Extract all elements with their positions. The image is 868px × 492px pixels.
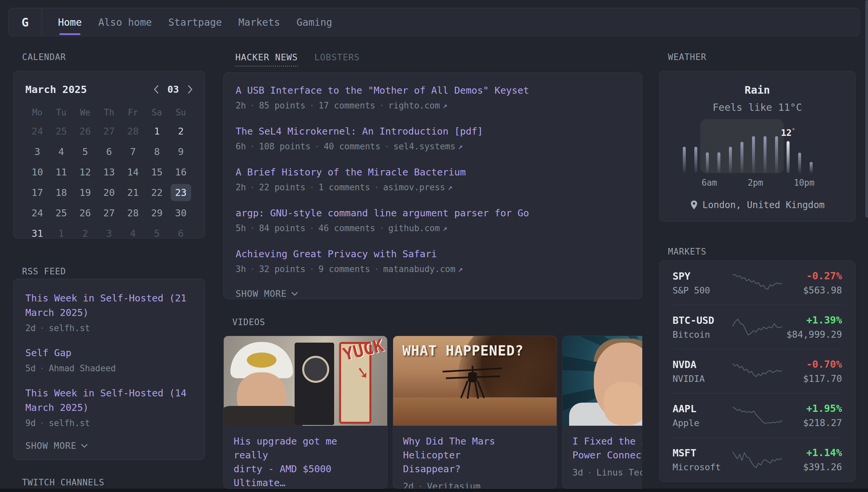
dot-separator: ·	[40, 418, 45, 428]
calendar-day-number: 14	[123, 164, 143, 181]
market-row-msft[interactable]: MSFTMicrosoft+1.14%$391.26	[673, 437, 842, 482]
weather-hour-slot	[806, 136, 817, 173]
news-item-title[interactable]: The SeL4 Microkernel: An Introduction [p…	[236, 125, 630, 138]
market-change: +1.14%	[782, 447, 842, 458]
calendar-prev-button[interactable]	[154, 85, 159, 94]
weather-hour-slot	[771, 136, 782, 173]
calendar-day-number: 4	[51, 143, 72, 160]
rss-item-title[interactable]: This Week in Self-Hosted (21 March 2025)	[25, 291, 193, 320]
calendar-day: 8	[145, 143, 169, 160]
weather-hour-labels: 6am2pm10pm	[679, 178, 817, 188]
calendar-day: 5	[145, 225, 169, 242]
video-card[interactable]: DOTHTI Fixed the 5Power Connect3d·Linus …	[562, 336, 642, 489]
news-item-domain-link[interactable]: righto.com↗	[388, 101, 447, 110]
meta-text: 2h	[236, 182, 246, 192]
weather-bar	[798, 153, 801, 173]
dot-separator: ·	[310, 182, 315, 192]
calendar-week-row: 17181920212223	[25, 184, 193, 201]
video-card[interactable]: YUCK➘His upgrade got me reallydirty - AM…	[223, 336, 388, 489]
video-thumbnail[interactable]: YUCK➘	[224, 336, 387, 426]
weather-hour-label: 2pm	[748, 178, 759, 188]
calendar-day: 4	[121, 225, 145, 242]
calendar-day-number: 25	[51, 204, 72, 222]
calendar-day-number: 13	[99, 164, 119, 181]
rss-item-title[interactable]: This Week in Self-Hosted (14 March 2025)	[25, 386, 193, 415]
weather-feels-like: Feels like 11°C	[659, 102, 855, 113]
market-price: $117.70	[782, 373, 842, 384]
news-show-more-button[interactable]: SHOW MORE	[236, 289, 630, 299]
rss-item: Self Gap5d·Ahmad Shadeed	[25, 346, 193, 373]
calendar-day: 3	[25, 143, 49, 160]
calendar-day-number: 12	[75, 164, 95, 181]
videos-row: YUCK➘His upgrade got me reallydirty - AM…	[223, 336, 642, 489]
video-title[interactable]: His upgrade got me reallydirty - AMD $50…	[234, 434, 377, 489]
video-title[interactable]: Why Did The Mars HelicopterDisappear?	[403, 434, 547, 476]
chevron-right-icon	[187, 85, 193, 94]
market-row-btc-usd[interactable]: BTC-USDBitcoin+1.39%$84,999.29	[673, 305, 842, 349]
calendar-day-number: 7	[123, 143, 143, 160]
calendar-day-number: 16	[171, 164, 191, 181]
calendar-day: 16	[169, 164, 193, 181]
video-card-body: I Fixed the 5Power Connect3d·Linus Tec	[562, 426, 642, 486]
chevron-down-icon	[81, 444, 88, 448]
meta-text: 1 comments	[319, 182, 370, 192]
market-ticker: BTC-USD	[673, 315, 733, 326]
news-item-domain-link[interactable]: sel4.systems↗	[393, 142, 463, 151]
calendar-week-row: 31123456	[25, 225, 193, 242]
video-title[interactable]: I Fixed the 5Power Connect	[572, 434, 642, 462]
market-symbol-block: NVDANVIDIA	[673, 359, 733, 384]
meta-text: Ahmad Shadeed	[49, 363, 116, 373]
external-link-icon: ↗	[443, 224, 447, 233]
weather-hour-label	[725, 178, 736, 188]
weather-bar	[729, 147, 732, 173]
calendar-day: 30	[169, 204, 193, 222]
news-item-domain-link[interactable]: github.com↗	[388, 223, 447, 233]
calendar-day: 2	[73, 225, 97, 242]
calendar-day-number: 5	[75, 143, 95, 160]
meta-text: 3d	[572, 467, 583, 477]
market-row-aapl[interactable]: AAPLApple+1.95%$218.27	[673, 393, 842, 437]
external-link-icon: ↗	[458, 265, 463, 274]
news-item: Achieving Great Privacy with Safari3h·32…	[236, 248, 630, 274]
market-ticker: SPY	[673, 270, 733, 282]
news-item-title[interactable]: argp: GNU-style command line argument pa…	[236, 207, 630, 219]
weather-bars: 12°	[679, 136, 817, 173]
video-thumbnail[interactable]: WHAT HAPPENED?	[393, 336, 557, 426]
news-item-domain-link[interactable]: asimov.press↗	[383, 182, 452, 192]
calendar-day-number: 28	[123, 204, 143, 222]
meta-text: Linus Tec	[597, 467, 642, 477]
video-meta: 3d·Linus Tec	[572, 467, 642, 477]
weather-hour-slot	[702, 136, 713, 173]
weather-hour-slot	[736, 136, 748, 173]
calendar-widget: March 2025 03 MoTuWeThFrSaSu 24252627281…	[13, 71, 205, 239]
video-meta: 2d·Veritasium	[403, 481, 547, 489]
video-thumbnail[interactable]: DOTHT	[562, 336, 642, 426]
page-scrollbar[interactable]	[865, 0, 868, 218]
weather-location-row[interactable]: London, United Kingdom	[659, 199, 855, 211]
news-item-title[interactable]: Achieving Great Privacy with Safari	[236, 248, 630, 260]
news-tab-hacker-news[interactable]: HACKER NEWS	[235, 52, 298, 67]
market-row-nvda[interactable]: NVDANVIDIA-0.70%$117.70	[673, 349, 842, 393]
external-link-icon: ↗	[458, 142, 463, 151]
market-row-spy[interactable]: SPYS&P 500-0.27%$563.98	[673, 261, 842, 305]
video-card[interactable]: WHAT HAPPENED?Why Did The Mars Helicopte…	[393, 336, 557, 489]
market-sparkline	[733, 405, 782, 426]
calendar-weekday: Sa	[145, 107, 169, 117]
market-sparkline	[733, 449, 782, 470]
news-tab-lobsters[interactable]: LOBSTERS	[314, 52, 360, 67]
rss-item: This Week in Self-Hosted (14 March 2025)…	[25, 386, 193, 428]
news-item-title[interactable]: A Brief History of the Miracle Bacterium	[236, 166, 630, 178]
news-list: A USB Interface to the "Mother of All De…	[236, 84, 630, 274]
dot-separator: ·	[374, 182, 379, 192]
news-item-domain-link[interactable]: matanabudy.com↗	[383, 264, 463, 274]
rss-show-more-button[interactable]: SHOW MORE	[25, 441, 193, 451]
news-item-title[interactable]: A USB Interface to the "Mother of All De…	[236, 84, 630, 97]
calendar-day-number: 1	[51, 225, 72, 242]
calendar-day-number: 25	[51, 123, 72, 140]
weather-hour-label	[713, 178, 725, 188]
market-sparkline	[733, 272, 782, 294]
rss-item-title[interactable]: Self Gap	[25, 346, 193, 360]
weather-widget: Rain Feels like 11°C 12° 6am2pm10pm Lond…	[659, 71, 856, 222]
calendar-next-button[interactable]	[187, 85, 193, 94]
market-values-block: +1.95%$218.27	[782, 403, 842, 428]
